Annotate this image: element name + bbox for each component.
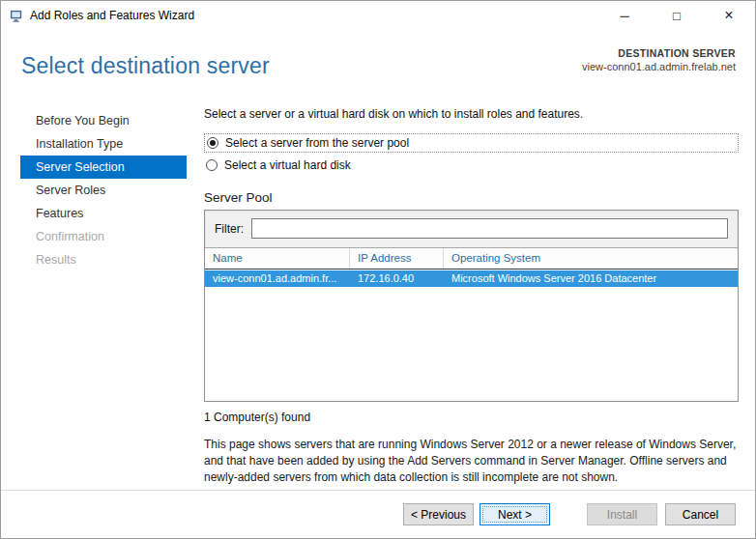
column-header-name[interactable]: Name [205, 248, 350, 269]
cancel-button[interactable]: Cancel [665, 503, 736, 525]
sidebar-item-installation-type[interactable]: Installation Type [20, 132, 187, 156]
column-header-operating-system[interactable]: Operating System [444, 248, 738, 269]
filter-input[interactable] [251, 218, 728, 239]
radio-select-server-pool[interactable]: Select a server from the server pool [204, 133, 739, 153]
column-header-ip-address[interactable]: IP Address [350, 248, 444, 269]
server-pool-panel: Filter: Name IP Address Operating System… [204, 210, 739, 402]
filter-label: Filter: [215, 222, 244, 236]
next-button[interactable]: Next > [480, 503, 550, 525]
table-body: view-conn01.ad.admin.fr... 172.16.0.40 M… [205, 270, 738, 401]
sidebar-item-features[interactable]: Features [20, 202, 187, 225]
table-row[interactable]: view-conn01.ad.admin.fr... 172.16.0.40 M… [205, 270, 738, 287]
filter-row: Filter: [205, 211, 738, 245]
app-icon [10, 9, 24, 23]
maximize-button[interactable]: □ [651, 1, 703, 30]
sidebar-item-server-roles[interactable]: Server Roles [20, 179, 187, 202]
computer-count-text: 1 Computer(s) found [204, 411, 739, 424]
cell-ip-address: 172.16.0.40 [350, 270, 444, 287]
minimize-icon: ─ [620, 9, 628, 23]
server-pool-table: Name IP Address Operating System view-co… [205, 247, 738, 401]
footer-button-bar: < Previous Next > Install Cancel [1, 490, 755, 538]
page-title: Select destination server [21, 53, 270, 79]
destination-server-block: DESTINATION SERVER view-conn01.ad.admin.… [582, 47, 736, 72]
window-title: Add Roles and Features Wizard [30, 9, 194, 22]
radio-server-pool-label: Select a server from the server pool [225, 136, 409, 150]
sidebar-item-server-selection[interactable]: Server Selection [20, 156, 187, 179]
page-header: Select destination server DESTINATION SE… [1, 30, 755, 98]
minimize-button[interactable]: ─ [598, 1, 651, 30]
radio-icon-checked[interactable] [207, 137, 218, 149]
cell-operating-system: Microsoft Windows Server 2016 Datacenter [444, 270, 738, 287]
sidebar-item-results: Results [20, 248, 187, 271]
title-bar: Add Roles and Features Wizard ─ □ × [1, 1, 755, 30]
sidebar-item-confirmation: Confirmation [20, 225, 187, 248]
destination-server-label: DESTINATION SERVER [582, 47, 736, 59]
destination-server-value: view-conn01.ad.admin.frelab.net [582, 61, 736, 72]
radio-icon-unchecked[interactable] [206, 159, 218, 171]
server-pool-title: Server Pool [204, 190, 739, 205]
intro-text: Select a server or a virtual hard disk o… [204, 107, 739, 121]
radio-select-vhd[interactable]: Select a virtual hard disk [204, 156, 739, 174]
close-button[interactable]: × [703, 1, 755, 30]
main-content: Select a server or a virtual hard disk o… [204, 107, 739, 486]
radio-vhd-label: Select a virtual hard disk [224, 158, 351, 172]
table-header-row: Name IP Address Operating System [205, 248, 738, 270]
wizard-steps-sidebar: Before You Begin Installation Type Serve… [20, 109, 187, 271]
sidebar-item-before-you-begin[interactable]: Before You Begin [20, 109, 187, 132]
close-icon: × [724, 7, 733, 24]
previous-button[interactable]: < Previous [403, 503, 474, 525]
cell-name: view-conn01.ad.admin.fr... [205, 270, 350, 287]
page-description: This page shows servers that are running… [204, 437, 739, 486]
install-button: Install [587, 503, 657, 525]
maximize-icon: □ [673, 9, 681, 23]
wizard-window: Add Roles and Features Wizard ─ □ × Sele… [0, 0, 756, 539]
